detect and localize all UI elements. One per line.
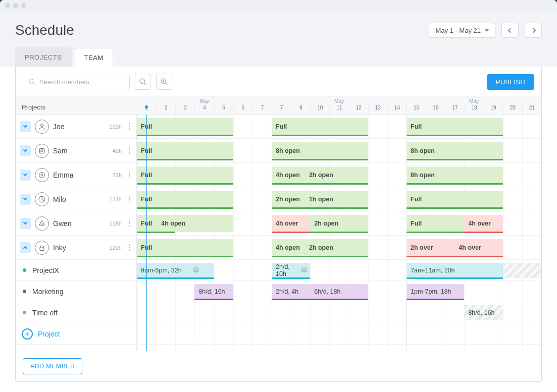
member-row: Sam40h: [16, 139, 136, 163]
chevron-down-icon: [23, 220, 27, 225]
more-menu-icon[interactable]: [127, 242, 132, 253]
svg-point-0: [29, 79, 33, 83]
avatar-icon: [35, 120, 49, 134]
capacity-bar[interactable]: 4h over: [454, 239, 502, 256]
zoom-out-button[interactable]: [135, 74, 151, 90]
more-menu-icon[interactable]: [127, 121, 132, 132]
page-header: Schedule May 1 - May 21: [0, 11, 557, 48]
capacity-bar[interactable]: 2h open: [310, 215, 368, 232]
day-label: 13: [368, 104, 387, 113]
svg-rect-10: [39, 148, 44, 153]
capacity-bar[interactable]: 2h over: [407, 239, 454, 256]
svg-point-12: [39, 172, 45, 178]
project-name: ProjectX: [32, 266, 132, 274]
day-label: 11: [329, 104, 348, 113]
close-icon[interactable]: [5, 3, 10, 8]
caret-down-icon: [485, 29, 489, 32]
zoom-in-button[interactable]: [156, 74, 172, 90]
maximize-icon[interactable]: [21, 3, 26, 8]
add-member-button[interactable]: ADD MEMBER: [23, 358, 82, 374]
month-label: May: [137, 96, 272, 104]
avatar-icon: [35, 144, 49, 158]
svg-point-17: [42, 247, 43, 248]
day-label: 12: [349, 104, 368, 113]
expand-toggle[interactable]: [20, 194, 31, 205]
day-label: 15: [407, 104, 426, 113]
capacity-bar[interactable]: 8h open: [272, 142, 368, 159]
next-range-button[interactable]: [525, 23, 542, 38]
timeline-row: 8h/d, 16h: [137, 302, 541, 323]
capacity-bar[interactable]: 8h open: [407, 166, 503, 184]
capacity-bar[interactable]: Full: [137, 191, 233, 208]
assignment-bar[interactable]: 8h/d, 16h: [194, 284, 233, 299]
chevron-down-icon: [23, 148, 27, 152]
capacity-bar[interactable]: Full4h open: [137, 215, 233, 232]
member-hours: 40h: [113, 148, 122, 154]
tab-team[interactable]: TEAM: [75, 48, 113, 67]
page-title: Schedule: [15, 22, 74, 38]
day-label: 3: [175, 104, 194, 113]
tab-projects[interactable]: PROJECTS: [15, 47, 72, 67]
member-row: Joe120h: [16, 115, 136, 139]
expand-toggle[interactable]: [20, 121, 31, 132]
assignment-bar[interactable]: 2h/d, 10h: [272, 263, 310, 278]
project-row: ProjectX: [16, 260, 136, 281]
more-menu-icon[interactable]: [127, 194, 132, 204]
day-label: 20: [503, 104, 522, 113]
member-row: Gwen118h: [16, 211, 136, 236]
date-range-picker[interactable]: May 1 - May 21: [429, 23, 495, 38]
day-label: 7: [252, 104, 272, 113]
capacity-bar[interactable]: 8h open: [407, 142, 503, 159]
more-menu-icon[interactable]: [127, 170, 132, 180]
member-hours: 72h: [113, 172, 122, 178]
capacity-bar[interactable]: Full: [407, 118, 503, 135]
today-marker-icon: [145, 105, 148, 108]
capacity-bar[interactable]: 4h over: [272, 215, 310, 232]
capacity-bar[interactable]: Full: [137, 142, 233, 159]
assignment-bar[interactable]: 9am-5pm, 32h: [137, 263, 214, 278]
project-row: Time off: [16, 302, 136, 323]
search-box[interactable]: [23, 75, 130, 89]
more-menu-icon[interactable]: [127, 218, 132, 229]
svg-point-15: [41, 223, 42, 225]
app-window: Schedule May 1 - May 21 PROJECTS TEAM: [0, 0, 557, 392]
grid-footer: ADD MEMBER: [16, 351, 541, 381]
capacity-bar[interactable]: 4h open2h open: [272, 166, 368, 184]
add-project-button[interactable]: Project: [16, 323, 136, 345]
capacity-bar[interactable]: Full: [137, 239, 233, 256]
capacity-bar[interactable]: Full: [137, 118, 233, 135]
publish-button[interactable]: PUBLISH: [487, 74, 534, 90]
project-name: Time off: [32, 309, 132, 317]
grid-corner-label: Projects: [16, 96, 137, 115]
day-label: 6: [233, 104, 252, 113]
capacity-bar[interactable]: Full: [272, 118, 368, 135]
search-input[interactable]: [39, 78, 124, 86]
expand-toggle[interactable]: [20, 170, 31, 181]
expand-toggle[interactable]: [20, 218, 31, 229]
expand-toggle[interactable]: [20, 242, 31, 253]
capacity-bar[interactable]: Full: [407, 191, 503, 208]
more-menu-icon[interactable]: [127, 145, 132, 156]
prev-range-button[interactable]: [501, 23, 519, 38]
timeline-row: Full8h open8h open: [137, 139, 541, 163]
member-hours: 118h: [110, 220, 122, 227]
capacity-bar[interactable]: Full: [137, 166, 233, 184]
capacity-bar[interactable]: 2h open1h open: [272, 191, 368, 208]
note-icon: [301, 267, 307, 274]
assignment-bar[interactable]: 8h/d, 16h: [464, 305, 502, 320]
capacity-bar[interactable]: 4h open2h open: [272, 239, 368, 256]
expand-toggle[interactable]: [20, 145, 31, 156]
assignment-bar[interactable]: 6h/d, 18h: [310, 284, 368, 299]
svg-rect-11: [41, 150, 43, 152]
capacity-bar[interactable]: 4h over: [464, 215, 502, 232]
capacity-bar[interactable]: Full: [407, 215, 464, 232]
assignment-bar[interactable]: 7am-11am, 20h: [407, 263, 541, 278]
assignment-bar[interactable]: 2h/d, 4h: [272, 284, 310, 299]
assignment-bar[interactable]: 1pm-7pm, 18h: [407, 284, 464, 299]
member-hours: 120h: [110, 124, 122, 130]
timeline-row: Full4h open4h over2h openFull4h over: [137, 211, 541, 236]
search-icon: [28, 78, 35, 85]
minimize-icon[interactable]: [13, 3, 18, 8]
svg-point-16: [40, 247, 41, 248]
today-line: [146, 115, 147, 351]
